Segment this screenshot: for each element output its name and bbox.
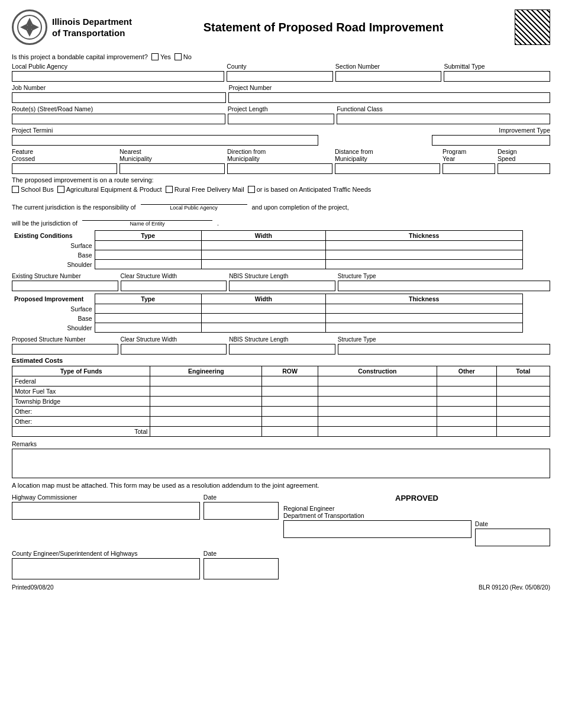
highway-commissioner-box[interactable] xyxy=(12,502,200,520)
termini-input[interactable] xyxy=(12,135,318,146)
route-input[interactable] xyxy=(12,114,225,124)
proposed-surface-thickness[interactable] xyxy=(325,304,522,314)
county-engineer-box[interactable] xyxy=(12,558,200,579)
ag-equip-item[interactable]: Agricultural Equipment & Product xyxy=(57,186,162,193)
anticipated-item[interactable]: or is based on Anticipated Traffic Needs xyxy=(248,186,372,193)
proposed-base-width[interactable] xyxy=(201,314,325,323)
yes-checkbox[interactable] xyxy=(151,53,159,60)
proposed-shoulder-width[interactable] xyxy=(201,323,325,333)
existing-surface-thickness[interactable] xyxy=(325,241,522,250)
costs-total-eng[interactable] xyxy=(150,427,262,437)
existing-shoulder-width[interactable] xyxy=(201,260,325,269)
existing-shoulder-thickness[interactable] xyxy=(325,260,522,269)
section-number-input[interactable] xyxy=(335,71,442,82)
existing-surface-width[interactable] xyxy=(201,241,325,250)
costs-other1-construction[interactable] xyxy=(318,407,437,417)
existing-clear-width-input[interactable] xyxy=(121,281,227,291)
costs-total-row[interactable] xyxy=(262,427,318,437)
existing-base-thickness[interactable] xyxy=(325,250,522,260)
costs-township-other[interactable] xyxy=(437,397,496,407)
costs-mft-total[interactable] xyxy=(496,386,550,397)
no-checkbox[interactable] xyxy=(175,53,182,60)
costs-federal-other[interactable] xyxy=(437,376,496,386)
local-agency-input[interactable] xyxy=(12,71,224,82)
costs-total-construction[interactable] xyxy=(318,427,437,437)
costs-mft-construction[interactable] xyxy=(318,386,437,397)
sig-row-1: Highway Commissioner Date APPROVED Regio… xyxy=(12,494,550,546)
improvement-type-input[interactable] xyxy=(432,135,550,146)
costs-other2-row[interactable] xyxy=(262,417,318,427)
regional-sig-row: Date xyxy=(283,520,550,546)
proposed-struct-num-input[interactable] xyxy=(12,344,118,355)
proposed-surface-width[interactable] xyxy=(201,304,325,314)
costs-federal-total[interactable] xyxy=(496,376,550,386)
existing-shoulder-type[interactable] xyxy=(95,260,201,269)
costs-other2-eng[interactable] xyxy=(150,417,262,427)
proposed-shoulder-type[interactable] xyxy=(95,323,201,333)
costs-federal-row[interactable] xyxy=(262,376,318,386)
hc-date-box[interactable] xyxy=(204,502,279,520)
existing-thickness-header: Thickness xyxy=(325,231,522,241)
costs-mft-other[interactable] xyxy=(437,386,496,397)
proposed-shoulder-thickness[interactable] xyxy=(325,323,522,333)
project-length-input[interactable] xyxy=(228,114,334,124)
costs-township-total[interactable] xyxy=(496,397,550,407)
costs-township-construction[interactable] xyxy=(318,397,437,407)
costs-other2-total[interactable] xyxy=(496,417,550,427)
job-number-input[interactable] xyxy=(12,92,226,103)
distance-input[interactable] xyxy=(335,163,440,174)
school-bus-checkbox[interactable] xyxy=(12,186,19,193)
existing-struct-num-input[interactable] xyxy=(12,281,118,291)
existing-nbis-input[interactable] xyxy=(229,281,335,291)
existing-struct-type-input[interactable] xyxy=(338,281,550,291)
rural-mail-checkbox[interactable] xyxy=(166,186,173,193)
costs-mft-row[interactable] xyxy=(262,386,318,397)
proposed-base-thickness[interactable] xyxy=(325,314,522,323)
existing-surface-type[interactable] xyxy=(95,241,201,250)
costs-other2-construction[interactable] xyxy=(318,417,437,427)
costs-other2-other[interactable] xyxy=(437,417,496,427)
proposed-nbis-input[interactable] xyxy=(229,344,335,355)
project-number-input[interactable] xyxy=(228,92,550,103)
yes-label: Yes xyxy=(160,53,171,60)
costs-other1-row[interactable] xyxy=(262,407,318,417)
costs-other1-total[interactable] xyxy=(496,407,550,417)
proposed-base-row: Base xyxy=(12,314,550,323)
costs-mft-eng[interactable] xyxy=(150,386,262,397)
costs-federal-eng[interactable] xyxy=(150,376,262,386)
proposed-struct-type-input[interactable] xyxy=(338,344,550,355)
proposed-clear-width-input[interactable] xyxy=(121,344,227,355)
jurisdiction-entity-field[interactable] xyxy=(82,212,212,221)
functional-class-input[interactable] xyxy=(337,114,550,124)
regional-engineer-box[interactable] xyxy=(283,520,471,538)
ag-equip-checkbox[interactable] xyxy=(57,186,64,193)
anticipated-checkbox[interactable] xyxy=(248,186,255,193)
proposed-surface-type[interactable] xyxy=(95,304,201,314)
no-checkbox-item[interactable]: No xyxy=(175,53,192,60)
costs-total-total[interactable] xyxy=(496,427,550,437)
rural-mail-item[interactable]: Rural Free Delivery Mail xyxy=(166,186,244,193)
costs-total-other[interactable] xyxy=(437,427,496,437)
direction-input[interactable] xyxy=(227,163,332,174)
costs-other1-eng[interactable] xyxy=(150,407,262,417)
ce-date-box[interactable] xyxy=(204,558,279,579)
jurisdiction-agency-field[interactable] xyxy=(141,197,247,205)
existing-base-width[interactable] xyxy=(201,250,325,260)
re-date-box[interactable] xyxy=(475,529,550,546)
proposed-base-type[interactable] xyxy=(95,314,201,323)
program-year-input[interactable] xyxy=(443,163,495,174)
remarks-box[interactable] xyxy=(12,449,550,478)
nearest-muni-input[interactable] xyxy=(119,163,225,174)
design-speed-input[interactable] xyxy=(498,163,550,174)
jurisdiction-line1: The current jurisdiction is the responsi… xyxy=(12,197,550,211)
school-bus-item[interactable]: School Bus xyxy=(12,186,54,193)
costs-township-eng[interactable] xyxy=(150,397,262,407)
county-input[interactable] xyxy=(227,71,333,82)
costs-federal-construction[interactable] xyxy=(318,376,437,386)
submittal-type-input[interactable] xyxy=(444,71,550,82)
costs-township-row[interactable] xyxy=(262,397,318,407)
yes-checkbox-item[interactable]: Yes xyxy=(151,53,171,60)
existing-base-type[interactable] xyxy=(95,250,201,260)
feature-input[interactable] xyxy=(12,163,117,174)
costs-other1-other[interactable] xyxy=(437,407,496,417)
